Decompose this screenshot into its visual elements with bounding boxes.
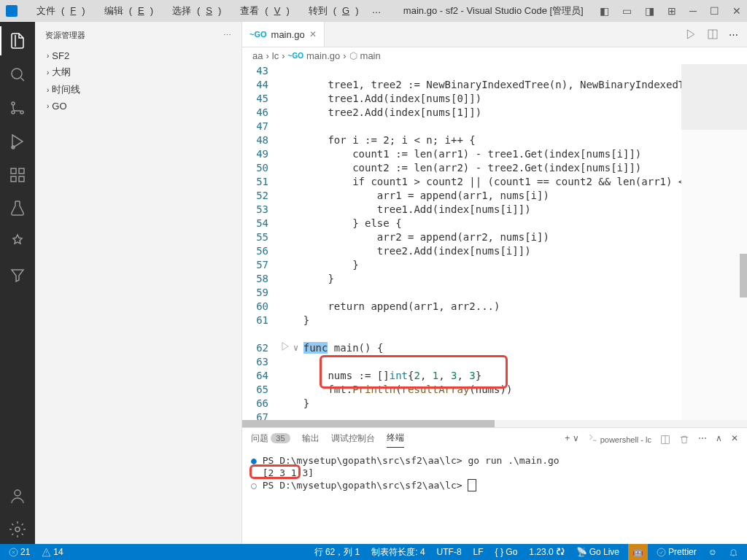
split-editor-icon[interactable] (707, 28, 719, 40)
titlebar-actions: ◧ ▭ ◨ ⊞ ─ ☐ ✕ (600, 5, 741, 17)
status-copilot[interactable]: 🤖 (628, 544, 648, 560)
sidebar-item-go[interactable]: ›GO (35, 98, 241, 114)
debug-view-icon[interactable] (0, 127, 35, 156)
svg-rect-5 (11, 168, 16, 174)
tab-problems[interactable]: 问题 35 (251, 432, 290, 448)
bottom-panel: 问题 35 输出 调试控制台 终端 + ∨ powershell - lc ⋯ … (242, 427, 747, 544)
explorer-view-icon[interactable] (0, 26, 35, 55)
tab-debug[interactable]: 调试控制台 (331, 432, 375, 448)
status-notifications-icon[interactable] (726, 548, 741, 557)
svg-point-14 (657, 548, 665, 556)
close-window-icon[interactable]: ✕ (732, 5, 741, 17)
line-numbers: 4344454647484950515253545556575859606162… (242, 64, 279, 420)
status-warnings[interactable]: 14 (39, 547, 66, 557)
close-panel-icon[interactable]: ✕ (731, 433, 738, 446)
annotation-box-code (320, 355, 508, 389)
svg-point-10 (15, 527, 20, 532)
status-cursor[interactable]: 行 62，列 1 (311, 546, 363, 559)
menu-bar: 文件(F) 编辑(E) 选择(S) 查看(V) 转到(G) … (25, 1, 387, 20)
vscode-logo-icon (6, 5, 18, 17)
window-title: main.go - sf2 - Visual Studio Code [管理员] (387, 4, 600, 18)
testing-view-icon[interactable] (0, 194, 35, 223)
status-bar: 21 14 行 62，列 1 制表符长度: 4 UTF-8 LF { } Go … (0, 544, 747, 560)
new-terminal-icon[interactable]: + ∨ (565, 433, 578, 446)
tools-view-icon[interactable] (0, 228, 35, 257)
editor-more-icon[interactable]: ⋯ (729, 29, 738, 40)
minimap[interactable] (681, 64, 747, 420)
status-language[interactable]: { } Go (492, 547, 521, 557)
run-icon[interactable] (685, 28, 697, 40)
codelens-run[interactable]: ∨ (280, 341, 298, 355)
terminal-content[interactable]: ● PS D:\mysetup\gopath\src\sf2\aa\lc> go… (242, 451, 747, 544)
split-terminal-icon[interactable] (660, 435, 670, 445)
status-feedback-icon[interactable]: ☺ (705, 547, 720, 557)
trash-terminal-icon[interactable] (679, 435, 689, 445)
activity-bar (0, 22, 35, 544)
svg-point-0 (12, 69, 22, 79)
minimap-slider[interactable] (681, 64, 747, 130)
go-file-icon: ~GO (249, 30, 267, 39)
sidebar-title: 资源管理器 ⋯ (35, 22, 241, 48)
svg-rect-8 (19, 176, 24, 182)
horizontal-scrollbar[interactable] (242, 420, 747, 427)
toggle-panel-icon[interactable]: ◧ (600, 5, 609, 17)
annotation-box-terminal (249, 464, 301, 479)
svg-rect-6 (19, 168, 24, 174)
menu-goto[interactable]: 转到(G) (297, 1, 365, 20)
menu-more[interactable]: … (366, 1, 387, 20)
search-view-icon[interactable] (0, 60, 35, 89)
filter-view-icon[interactable] (0, 261, 35, 290)
title-bar: 文件(F) 编辑(E) 选择(S) 查看(V) 转到(G) … main.go … (0, 0, 747, 22)
terminal-more-icon[interactable]: ⋯ (698, 433, 707, 446)
tab-main-go[interactable]: ~GO main.go ✕ (242, 22, 325, 47)
svg-point-1 (12, 102, 15, 105)
sidebar-item-sf2[interactable]: ›SF2 (35, 48, 241, 63)
menu-view[interactable]: 查看(V) (228, 1, 295, 20)
menu-edit[interactable]: 编辑(E) (93, 1, 159, 20)
status-indent[interactable]: 制表符长度: 4 (368, 546, 427, 559)
breadcrumb[interactable]: aa › lc › ~GO main.go › ⬡ main (242, 47, 747, 64)
menu-select[interactable]: 选择(S) (160, 1, 227, 20)
layout-bottom-icon[interactable]: ▭ (622, 5, 632, 17)
sidebar-more-icon[interactable]: ⋯ (223, 31, 231, 40)
close-tab-icon[interactable]: ✕ (309, 29, 317, 39)
menu-file[interactable]: 文件(F) (25, 1, 91, 20)
code-editor[interactable]: 4344454647484950515253545556575859606162… (242, 64, 747, 420)
minimize-icon[interactable]: ─ (689, 5, 697, 17)
sidebar-item-timeline[interactable]: ›时间线 (35, 81, 241, 98)
editor-tabs: ~GO main.go ✕ ⋯ (242, 22, 747, 47)
svg-point-3 (12, 111, 15, 114)
maximize-icon[interactable]: ☐ (710, 5, 719, 17)
status-encoding[interactable]: UTF-8 (434, 547, 465, 557)
explorer-sidebar: 资源管理器 ⋯ ›SF2 ›大纲 ›时间线 ›GO (35, 22, 242, 544)
layout-right-icon[interactable]: ◨ (645, 5, 654, 17)
svg-point-9 (15, 490, 20, 496)
tab-output[interactable]: 输出 (302, 432, 320, 448)
scm-view-icon[interactable] (0, 93, 35, 122)
status-errors[interactable]: 21 (6, 547, 33, 557)
tab-terminal[interactable]: 终端 (387, 432, 404, 448)
status-eol[interactable]: LF (471, 547, 487, 557)
tab-label: main.go (271, 29, 305, 40)
maximize-panel-icon[interactable]: ∧ (716, 433, 722, 446)
code-content[interactable]: tree1, tree2 := NewBinaryIndexedTree(n),… (279, 64, 681, 420)
vertical-scrollbar[interactable] (740, 254, 747, 298)
layout-grid-icon[interactable]: ⊞ (667, 5, 676, 17)
editor-area: ~GO main.go ✕ ⋯ aa › lc › ~GO main.go › … (242, 22, 747, 544)
account-icon[interactable] (0, 481, 35, 510)
extensions-view-icon[interactable] (0, 160, 35, 190)
status-golive[interactable]: 📡 Go Live (573, 547, 622, 557)
panel-tabs: 问题 35 输出 调试控制台 终端 + ∨ powershell - lc ⋯ … (242, 428, 747, 451)
sidebar-item-outline[interactable]: ›大纲 (35, 63, 241, 81)
svg-point-2 (20, 111, 23, 114)
settings-gear-icon[interactable] (0, 515, 35, 544)
svg-rect-7 (11, 176, 16, 182)
status-go-version[interactable]: 1.23.0 🗘 (526, 547, 567, 557)
status-prettier[interactable]: Prettier (654, 547, 700, 557)
